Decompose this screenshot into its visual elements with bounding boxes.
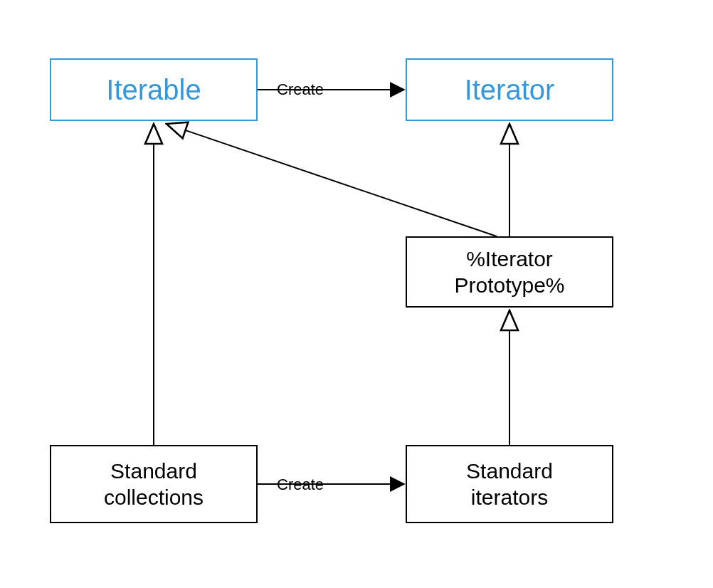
edge-label-iterable-to-iterator: Create xyxy=(274,80,327,99)
edge-label-collections-to-iterators: Create xyxy=(274,476,327,494)
node-iterable: Iterable xyxy=(50,58,258,121)
node-iterator-prototype: %Iterator Prototype% xyxy=(406,236,613,308)
edge-prototype-to-iterable xyxy=(167,124,497,236)
node-iterator-prototype-label: %Iterator Prototype% xyxy=(454,246,564,299)
node-iterable-label: Iterable xyxy=(106,74,201,106)
node-standard-iterators: Standard iterators xyxy=(406,445,613,523)
diagram-container: Iterable Iterator %Iterator Prototype% S… xyxy=(0,0,713,588)
node-iterator-label: Iterator xyxy=(465,74,555,106)
node-standard-collections-label: Standard collections xyxy=(104,458,204,511)
node-iterator: Iterator xyxy=(406,58,613,121)
node-standard-iterators-label: Standard iterators xyxy=(466,458,553,511)
node-standard-collections: Standard collections xyxy=(50,445,258,523)
